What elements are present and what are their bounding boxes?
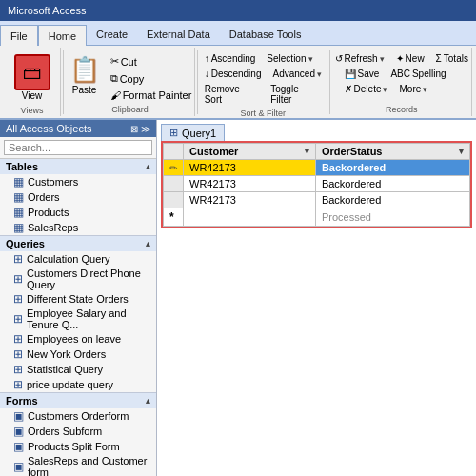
tab-home[interactable]: Home bbox=[38, 25, 87, 46]
query-table: Customer ▾ OrderStatus ▾ bbox=[163, 143, 470, 227]
cut-icon: ✂ bbox=[110, 55, 119, 68]
sort-filter-content: ↑ Ascending Selection ▾ ↓ Descending Adv… bbox=[200, 50, 327, 107]
ascending-button[interactable]: ↑ Ascending bbox=[200, 51, 261, 66]
column-header-customer[interactable]: Customer ▾ bbox=[184, 144, 316, 160]
tab-database-tools[interactable]: Database Tools bbox=[220, 24, 311, 45]
sidebar-item-price-update[interactable]: ⊞ price update query bbox=[0, 377, 156, 392]
toggle-filter-button[interactable]: Toggle Filter bbox=[266, 82, 327, 107]
pencil-icon: ✏ bbox=[169, 163, 177, 173]
remove-sort-label: Remove Sort bbox=[205, 84, 260, 105]
cell-status-3[interactable]: Backordered bbox=[315, 192, 469, 208]
cell-status-1[interactable]: Backordered bbox=[315, 160, 469, 176]
toggle-filter-label: Toggle Filter bbox=[270, 84, 322, 105]
table-row[interactable]: WR42173 Backordered bbox=[164, 192, 470, 208]
search-input[interactable] bbox=[4, 140, 152, 155]
sidebar-item-customers-direct[interactable]: ⊞ Customers Direct Phone Query bbox=[0, 267, 156, 291]
paste-button[interactable]: 📋 Paste bbox=[65, 51, 105, 98]
form-icon-salesreps-customer: ▣ bbox=[13, 460, 24, 473]
sidebar-item-salesreps[interactable]: ▦ SalesReps bbox=[0, 220, 156, 235]
sidebar-item-different-state[interactable]: ⊞ Different State Orders bbox=[0, 291, 156, 307]
descending-button[interactable]: ↓ Descending bbox=[200, 67, 267, 81]
column-header-status[interactable]: OrderStatus ▾ bbox=[315, 144, 469, 160]
query-tab[interactable]: ⊞ Query1 bbox=[161, 124, 225, 141]
customer-col-dropdown[interactable]: ▾ bbox=[305, 147, 309, 156]
products-split-label: Products Split Form bbox=[28, 441, 120, 452]
sidebar-item-orders[interactable]: ▦ Orders bbox=[0, 189, 156, 205]
clipboard-col: ✂ Cut ⧉ Copy 🖌 Format Painter bbox=[107, 51, 196, 103]
spelling-button[interactable]: ABC Spelling bbox=[386, 67, 450, 81]
ascending-icon: ↑ bbox=[205, 53, 209, 64]
more-button[interactable]: More ▾ bbox=[394, 82, 432, 96]
descending-icon: ↓ bbox=[205, 69, 209, 79]
view-icon-box: 🗃 bbox=[14, 54, 50, 90]
copy-button[interactable]: ⧉ Copy bbox=[107, 70, 196, 87]
cell-customer-3[interactable]: WR42173 bbox=[184, 192, 316, 208]
sort-row-1: ↑ Ascending Selection ▾ bbox=[200, 51, 318, 66]
sidebar-item-salesreps-customer[interactable]: ▣ SalesReps and Customer form bbox=[0, 454, 156, 476]
cut-button[interactable]: ✂ Cut bbox=[107, 53, 196, 69]
query-icon-customers-direct: ⊞ bbox=[13, 272, 23, 286]
sidebar-search-container bbox=[0, 137, 156, 159]
spelling-icon: ABC bbox=[390, 69, 410, 79]
sidebar-item-customers[interactable]: ▦ Customers bbox=[0, 174, 156, 189]
employees-leave-label: Employees on leave bbox=[27, 333, 121, 345]
sidebar-item-employee-salary[interactable]: ⊞ Employee Salary and Tenure Q... bbox=[0, 307, 156, 331]
cell-status-2[interactable]: Backordered bbox=[315, 176, 469, 192]
view-label: View bbox=[22, 90, 43, 101]
forms-section-header[interactable]: Forms ▴ bbox=[0, 393, 156, 408]
new-icon: ✦ bbox=[396, 53, 404, 64]
totals-button[interactable]: Σ Totals bbox=[431, 51, 473, 66]
sidebar-item-products-split[interactable]: ▣ Products Split Form bbox=[0, 439, 156, 454]
ribbon: 🗃 View Views 📋 Paste ✂ Cut ⧉ Copy bbox=[0, 46, 476, 120]
ascending-label: Ascending bbox=[211, 53, 256, 64]
remove-sort-button[interactable]: Remove Sort bbox=[200, 82, 265, 107]
new-button[interactable]: ✦ New bbox=[391, 51, 429, 66]
sidebar-item-customers-orderform[interactable]: ▣ Customers Orderform bbox=[0, 408, 156, 424]
advanced-chevron: ▾ bbox=[317, 69, 322, 79]
status-value-1: Backordered bbox=[322, 162, 386, 173]
query-icon-calc: ⊞ bbox=[13, 252, 23, 266]
ribbon-group-records: ↺ Refresh ▾ ✦ New Σ Totals 💾 Save bbox=[332, 48, 472, 116]
sidebar-section-forms: Forms ▴ ▣ Customers Orderform ▣ Orders S… bbox=[0, 393, 156, 476]
sidebar-item-new-york[interactable]: ⊞ New York Orders bbox=[0, 347, 156, 362]
sidebar-section-tables: Tables ▴ ▦ Customers ▦ Orders ▦ Products… bbox=[0, 159, 156, 236]
status-value-new: Processed bbox=[322, 211, 371, 223]
tab-file[interactable]: File bbox=[0, 25, 38, 46]
records-row-3: ✗ Delete ▾ More ▾ bbox=[330, 82, 433, 96]
queries-section-header[interactable]: Queries ▴ bbox=[0, 236, 156, 251]
status-value-3: Backordered bbox=[322, 194, 381, 206]
save-icon: 💾 bbox=[345, 69, 356, 79]
view-button[interactable]: 🗃 View bbox=[10, 51, 55, 104]
cell-status-new[interactable]: Processed bbox=[315, 208, 469, 227]
sidebar-item-statistical[interactable]: ⊞ Statistical Query bbox=[0, 362, 156, 377]
delete-button[interactable]: ✗ Delete ▾ bbox=[340, 82, 393, 96]
sidebar-item-employees-leave[interactable]: ⊞ Employees on leave bbox=[0, 331, 156, 347]
table-row[interactable]: ✏ WR42173 Backordered bbox=[164, 160, 470, 176]
tab-external-data[interactable]: External Data bbox=[137, 24, 220, 45]
sidebar-item-calc-query[interactable]: ⊞ Calculation Query bbox=[0, 251, 156, 267]
customers-label: Customers bbox=[28, 176, 78, 188]
sidebar-header-text: All Access Objects bbox=[6, 123, 91, 134]
table-row[interactable]: WR42173 Backordered bbox=[164, 176, 470, 192]
save-button[interactable]: 💾 Save bbox=[340, 67, 385, 81]
format-painter-button[interactable]: 🖌 Format Painter bbox=[107, 88, 196, 103]
status-col-dropdown[interactable]: ▾ bbox=[459, 147, 464, 156]
sidebar-item-orders-subform[interactable]: ▣ Orders Subform bbox=[0, 424, 156, 439]
cell-customer-2[interactable]: WR42173 bbox=[184, 176, 316, 192]
content-area: ⊞ Query1 Customer ▾ bbox=[157, 120, 476, 476]
cell-customer-1[interactable]: WR42173 bbox=[184, 160, 316, 176]
advanced-button[interactable]: Advanced ▾ bbox=[268, 67, 326, 81]
refresh-button[interactable]: ↺ Refresh ▾ bbox=[330, 51, 389, 66]
clipboard-group-label: Clipboard bbox=[111, 103, 149, 114]
queries-label: Queries bbox=[6, 238, 45, 249]
ribbon-group-views: 🗃 View Views bbox=[4, 48, 61, 116]
tables-section-header[interactable]: Tables ▴ bbox=[0, 159, 156, 174]
sidebar-item-products[interactable]: ▦ Products bbox=[0, 205, 156, 220]
selection-button[interactable]: Selection ▾ bbox=[262, 51, 317, 66]
tab-create[interactable]: Create bbox=[87, 24, 137, 45]
paste-label: Paste bbox=[72, 85, 97, 95]
cell-customer-new[interactable] bbox=[184, 208, 316, 227]
query-tab-icon: ⊞ bbox=[169, 127, 178, 139]
sort-filter-group-label: Sort & Filter bbox=[241, 107, 287, 118]
table-row-new[interactable]: * Processed bbox=[164, 208, 470, 227]
